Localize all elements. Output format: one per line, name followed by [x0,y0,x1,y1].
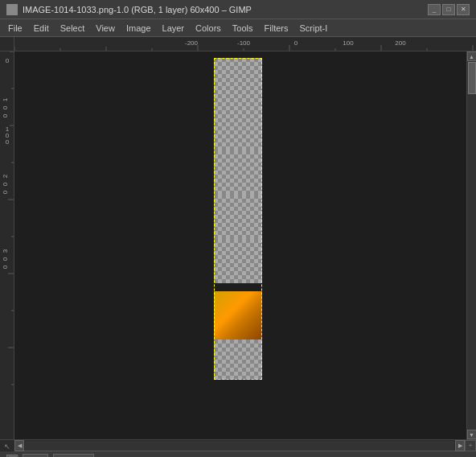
image-segment-2 [214,106,262,150]
vertical-ruler: 0 1 0 0 1 0 0 2 0 0 3 0 0 [0,51,14,439]
menu-item-colors[interactable]: Colors [191,21,226,35]
scroll-right-button[interactable]: ▶ [455,440,465,451]
scroll-track-vertical[interactable] [467,61,477,430]
scrollbar-right[interactable]: ▲ ▼ [466,51,476,439]
image-segment-5 [214,239,262,283]
scroll-thumb-vertical[interactable] [468,62,476,94]
scroll-left-button[interactable]: ◀ [14,440,24,451]
svg-text:0: 0 [2,182,9,186]
v-ruler-svg: 0 1 0 0 1 0 0 2 0 0 3 0 0 [0,51,14,422]
menu-item-view[interactable]: View [91,21,120,35]
menu-item-edit[interactable]: Edit [29,21,54,35]
svg-text:100: 100 [343,39,354,47]
gimp-icon [6,4,18,15]
menu-bar: FileEditSelectViewImageLayerColorsToolsF… [0,19,476,37]
bottom-scrollbar[interactable]: ↖ ◀ ▶ + [0,439,476,451]
menu-item-file[interactable]: File [3,21,27,35]
image-segment-4 [214,195,262,239]
maximize-button[interactable]: □ [442,4,455,15]
svg-text:0: 0 [294,39,298,47]
image-segment-3 [214,150,262,195]
svg-text:2: 2 [2,174,9,178]
menu-item-script[interactable]: Script-I [294,21,332,35]
window-controls[interactable]: _ □ ✕ [428,4,470,15]
svg-text:1: 1 [6,126,10,133]
svg-text:↖: ↖ [4,443,10,451]
menu-item-tools[interactable]: Tools [228,21,258,35]
horizontal-ruler: -200 -100 0 100 200 [14,37,476,51]
scroll-track-horizontal[interactable] [25,441,454,451]
title-bar: IMAGE-1014-1033.png-1.0 (RGB, 1 layer) 6… [0,0,476,19]
svg-text:-200: -200 [185,39,199,47]
svg-text:0: 0 [2,257,9,261]
scroll-down-button[interactable]: ▼ [467,430,477,439]
svg-text:0: 0 [6,138,10,146]
menu-item-select[interactable]: Select [55,21,90,35]
bottom-left-corner: ↖ [0,440,14,451]
window-title: IMAGE-1014-1033.png-1.0 (RGB, 1 layer) 6… [23,5,428,14]
h-ruler-svg: -200 -100 0 100 200 [14,37,476,51]
ruler-area: -200 -100 0 100 200 [0,37,476,51]
colored-band [214,291,262,340]
close-button[interactable]: ✕ [457,4,470,15]
canvas-area[interactable] [14,51,466,439]
svg-rect-0 [8,6,16,14]
expand-button[interactable]: + [465,440,476,451]
image-segment-7 [214,340,262,380]
menu-item-image[interactable]: Image [121,21,156,35]
unit-selector[interactable]: px ▼ [23,454,48,458]
ruler-corner [0,37,14,51]
svg-text:0: 0 [2,113,9,117]
status-icon [6,455,18,458]
svg-text:0: 0 [6,132,10,139]
svg-text:3: 3 [2,249,9,253]
menu-item-filters[interactable]: Filters [260,21,293,35]
svg-text:0: 0 [2,105,9,109]
image-canvas [214,58,262,380]
image-segment-1 [214,58,262,106]
zoom-selector[interactable]: 100 % ▼ [53,454,94,458]
svg-text:0: 0 [6,57,10,64]
svg-text:200: 200 [395,39,406,47]
svg-text:1: 1 [2,97,9,101]
minimize-button[interactable]: _ [428,4,441,15]
scroll-up-button[interactable]: ▲ [467,51,477,61]
main-area: 0 1 0 0 1 0 0 2 0 0 3 0 0 [0,51,476,439]
svg-text:-100: -100 [237,39,251,47]
svg-text:0: 0 [2,265,9,269]
menu-item-layer[interactable]: Layer [158,21,190,35]
status-bar: px ▼ 100 % ▼ Background (329.6 KB) [0,451,476,457]
svg-text:0: 0 [2,190,9,194]
